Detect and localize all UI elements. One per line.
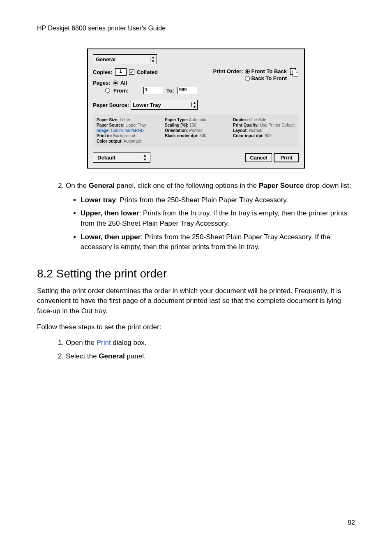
instruction-list: On the General panel, click one of the f… [37,181,355,252]
pages-from-radio[interactable] [105,88,110,93]
collated-label: Collated [137,69,158,75]
preset-label: Default [97,155,115,161]
paper-source-label: Paper Source: [93,102,129,108]
instruction-step: Open the Print dialog box. [66,338,355,348]
instruction-step: Select the General panel. [66,351,355,362]
pages-label: Pages: [93,80,111,86]
collated-checkbox[interactable]: ✓ [129,69,134,75]
paper-source-select[interactable]: Lower Tray ▴▾ [131,100,198,110]
page-number: 92 [348,519,355,527]
page-order-icon: 3 [290,68,299,77]
back-to-front-label: Back To Front [251,75,287,81]
section-paragraph: Follow these steps to set the print orde… [37,322,355,333]
pages-all-radio[interactable] [113,81,118,85]
list-item: Lower tray: Prints from the 250-Sheet Pl… [81,195,355,206]
section-paragraph: Setting the print order determines the o… [37,286,355,317]
print-link[interactable]: Print [97,339,111,347]
copies-input[interactable]: 1 [115,68,127,76]
pages-from-input[interactable]: 1 [143,87,163,94]
panel-select-label: General [96,56,115,62]
print-button[interactable]: Print [274,153,299,162]
front-to-back-radio[interactable] [245,69,250,74]
updown-icon: ▴▾ [152,55,154,63]
list-item: Lower, then upper: Prints from the 250-S… [81,232,355,252]
preset-select[interactable]: Default ▴▾ [93,152,150,163]
pages-from-label: From: [113,88,129,94]
updown-icon: ▴▾ [144,153,146,162]
instruction-step-2: On the General panel, click one of the f… [66,181,355,252]
front-to-back-label: Front To Back [251,68,287,74]
cancel-button[interactable]: Cancel [245,153,272,162]
print-order-steps: Open the Print dialog box. Select the Ge… [37,338,355,361]
panel-select[interactable]: General ▴▾ [93,54,157,64]
section-heading: 8.2 Setting the print order [37,267,355,280]
print-dialog: General ▴▾ Copies: 1 ✓ Collated Pages: A [87,49,305,169]
pages-to-input[interactable]: 999 [178,87,197,94]
copies-label: Copies: [93,69,113,75]
print-order-label: Print Order: [213,68,243,74]
pages-all-label: All [120,80,127,86]
print-summary: Paper Size: Letter Paper Type: Automatic… [93,115,299,146]
paper-source-options: Lower tray: Prints from the 250-Sheet Pl… [66,195,355,252]
updown-icon: ▴▾ [194,101,196,109]
pages-to-label: To: [166,88,174,94]
page-header-title: HP Deskjet 6800 series printer User's Gu… [37,25,355,32]
list-item: Upper, then lower: Prints from the In tr… [81,208,355,229]
back-to-front-radio[interactable] [245,76,250,81]
paper-source-value: Lower Tray [133,102,161,108]
